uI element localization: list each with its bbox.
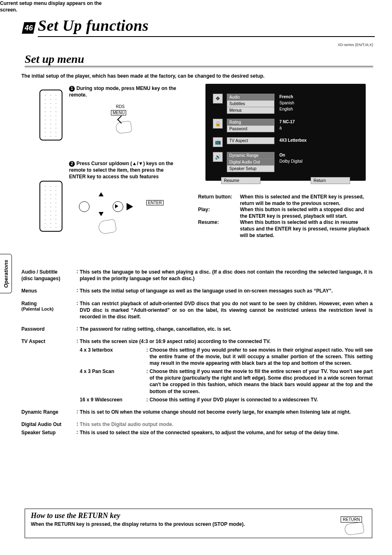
button-descriptions: Return button: When this is selected and… [198,194,371,239]
osd-setup-menu: ✥ Audio Subtitles Menus French Spanish E… [205,84,366,181]
osd-item-password: Password [227,126,274,132]
step-1: 1During stop mode, press MENU key on the… [69,85,180,98]
step-2-number: 2 [69,161,75,167]
def-dao-k: Digital Audio Out [21,421,76,428]
desc-resume-key: Resume: [198,219,236,239]
def-password-v: The password for rating setting, change,… [80,326,373,332]
def-tv-v: This sets the screen size (4:3 or 16:9 a… [80,338,373,345]
doc-id: XD-series (EN/T,M,X) [338,43,373,47]
osd-item-rating: Rating [227,119,274,126]
button-label-menu: MENU [111,110,126,115]
def-audio-v: This sets the language to be used when p… [80,269,373,282]
osd-item-digaudio: Digital Audio Out [227,159,274,166]
remote-illustration-2 [39,181,62,232]
def-menus-v: This sets the initial setup of language … [80,288,373,294]
desc-resume-val: When this button is selected with a disc… [240,219,371,239]
osd-item-dynrange: Dynamic Range [227,152,274,159]
osd-icon-audio: 🔊 [213,152,223,162]
tv-mode-widescreen: 16 x 9 Widescreen [80,396,145,403]
def-menus-k: Menus [21,288,76,294]
return-button-label: RETURN [341,516,362,523]
osd-button-resume: Resume [221,177,261,184]
def-dynrange-v: This is set to ON when the volume change… [80,409,373,415]
def-audio-k: Audio / Subtitle(disc languages) [21,269,76,282]
osd-item-tvaspect: TV Aspect [227,137,274,144]
desc-return-key: Return button: [198,194,236,207]
def-password-k: Password [21,326,76,332]
step-2: 2Press Cursor up/down (▲/▼) keys on the … [69,160,180,180]
osd-item-spksetup: Speaker Setup [227,166,274,172]
def-speaker-k: Speaker Setup [21,429,76,436]
def-dynrange-k: Dynamic Range [21,409,76,415]
osd-val-english: English [279,106,327,112]
def-speaker-v: This is used to select the size of the c… [80,429,373,436]
tv-mode-letterbox: 4 x 3 letterbox [80,347,145,367]
desc-play-val: When this button is selected with a stop… [240,207,371,219]
tv-mode-panscan-desc: Choose this setting if you want the movi… [150,368,373,395]
chapter-title: Set Up functions [38,16,375,37]
hand-icon-enter [98,219,117,235]
osd-val-dolby: Dolby Digital [279,158,327,164]
osd-item-menus: Menus [227,107,274,114]
button-label-enter: ENTER [146,200,164,205]
tv-mode-widescreen-desc: Choose this setting if your DVD player i… [150,396,373,403]
return-key-box: How to use the RETURN key When the RETUR… [25,509,372,538]
tv-mode-panscan: 4 x 3 Pan Scan [80,368,145,395]
desc-play-key: Play: [198,207,236,219]
step-1-number: 1 [69,86,75,92]
return-key-title: How to use the RETURN key [31,511,366,520]
intro-text: The initial setup of the player, which h… [21,73,371,79]
osd-icon-language: ✥ [213,94,223,104]
desc-return-val: When this is selected and the ENTER key … [240,194,371,207]
step-2-text: Press Cursor up/down (▲/▼) keys on the r… [69,161,173,180]
osd-val-passchar: à [279,125,327,131]
def-dao-v: This sets the Digital audio output mode. [80,421,373,428]
page-number-text: 46 [25,22,33,34]
page-number: 46 [22,22,36,34]
def-rating-k: Rating(Palental Lock) [21,300,76,320]
step-1-note: Current setup menu display appears on th… [0,0,105,13]
settings-definitions: Audio / Subtitle(disc languages) : This … [21,269,373,442]
osd-val-nc17: 7 NC-17 [279,120,295,124]
side-tab-label: Operations [3,260,9,288]
osd-icon-tv: 📺 [213,137,223,147]
osd-val-letterbox: 4X3 Letterbox [279,138,307,143]
side-tab-operations: Operations [0,254,12,293]
section-title: Set up menu [25,53,373,66]
osd-item-audio: Audio [227,94,274,101]
osd-val-spanish: Spanish [279,100,327,106]
def-rating-v: This can restrict playback of adult-orie… [80,300,373,320]
cursor-pad-illustration [79,193,132,219]
return-key-body: When the RETURN key is pressed, the disp… [31,521,310,527]
osd-button-return: Return [311,177,350,184]
tv-mode-letterbox-desc: Choose this setting if you would prefer … [150,347,373,367]
step-1-text: During stop mode, press MENU key on the … [69,85,176,98]
osd-icon-lock: 🔒 [213,119,223,129]
osd-item-subtitles: Subtitles [227,101,274,107]
osd-val-on: On [279,153,285,157]
remote-illustration-1 [39,90,62,140]
osd-val-french: French [279,94,293,99]
hand-icon-return [344,522,364,536]
label-rds: RDS [116,104,125,109]
def-tv-k: TV Aspect [21,338,76,345]
